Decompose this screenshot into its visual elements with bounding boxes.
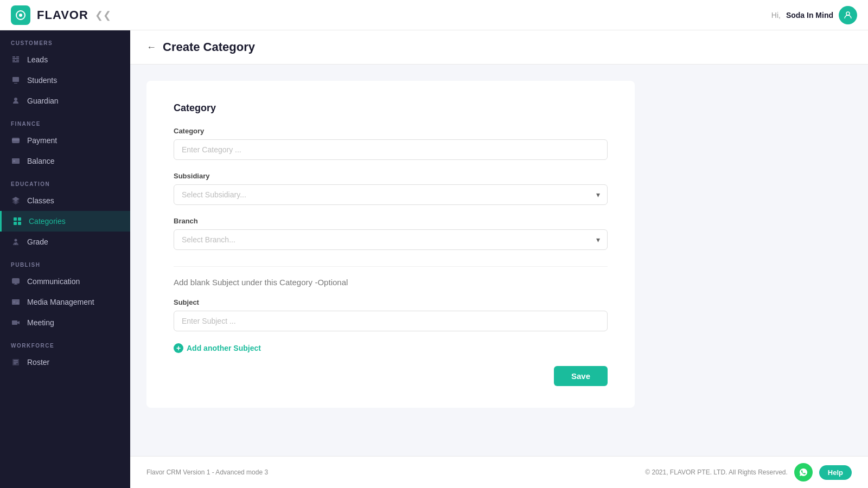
sidebar-item-grade[interactable]: Grade: [0, 232, 130, 252]
category-field-group: Category: [174, 127, 608, 160]
sidebar-item-meeting[interactable]: Meeting: [0, 312, 130, 333]
svg-rect-10: [18, 217, 21, 221]
sidebar-item-students-label: Students: [27, 76, 57, 85]
optional-section: Add blank Subject under this Category -O…: [174, 266, 608, 386]
branch-select-wrapper: Select Branch... ▾: [174, 229, 608, 250]
svg-rect-12: [18, 222, 21, 225]
svg-rect-6: [12, 139, 20, 140]
subsidiary-field-group: Subsidiary Select Subsidiary... ▾: [174, 172, 608, 205]
subject-field-group: Subject: [174, 298, 608, 331]
sidebar-section-publish: PUBLISH: [0, 252, 130, 271]
sidebar-item-payment[interactable]: Payment: [0, 130, 130, 151]
sidebar-item-roster-label: Roster: [27, 358, 49, 367]
optional-section-title: Add blank Subject under this Category -O…: [174, 278, 608, 287]
media-icon: [11, 297, 21, 307]
svg-point-16: [13, 301, 15, 303]
header-left: FLAVOR ❮❮: [11, 5, 111, 25]
footer: Flavor CRM Version 1 - Advanced mode 3 ©…: [130, 456, 868, 488]
subject-input[interactable]: [174, 311, 608, 331]
classes-icon: [11, 196, 21, 206]
sidebar-item-grade-label: Grade: [27, 237, 48, 246]
sidebar-item-leads-label: Leads: [27, 55, 48, 64]
whatsapp-button[interactable]: [794, 463, 813, 481]
sidebar-item-media-management-label: Media Management: [27, 298, 94, 306]
leads-icon: [11, 55, 21, 65]
subsidiary-select[interactable]: Select Subsidiary...: [174, 184, 608, 205]
sidebar-item-guardian[interactable]: Guardian: [0, 91, 130, 111]
sidebar-item-leads[interactable]: Leads: [0, 49, 130, 70]
add-subject-label: Add another Subject: [187, 344, 261, 352]
svg-point-2: [846, 12, 850, 15]
subject-label: Subject: [174, 298, 608, 306]
back-button[interactable]: ←: [146, 42, 156, 53]
add-subject-button[interactable]: + Add another Subject: [174, 343, 261, 353]
sidebar-item-guardian-label: Guardian: [27, 97, 59, 105]
save-button[interactable]: Save: [554, 366, 608, 386]
svg-point-13: [15, 239, 17, 242]
header-right: Hi, Soda In Mind: [771, 6, 857, 24]
footer-version: Flavor CRM Version 1 - Advanced mode 3: [146, 468, 268, 476]
sidebar-item-categories[interactable]: Categories: [0, 211, 130, 232]
svg-rect-8: [13, 160, 15, 162]
sidebar-section-finance: FINANCE: [0, 111, 130, 130]
svg-rect-9: [14, 217, 17, 221]
logo-icon: [11, 5, 30, 25]
svg-rect-3: [12, 77, 19, 82]
sidebar-section-education: EDUCATION: [0, 171, 130, 190]
sidebar-item-classes-label: Classes: [27, 196, 54, 205]
grade-icon: [11, 237, 21, 247]
help-button[interactable]: Help: [819, 465, 852, 480]
sidebar-item-classes[interactable]: Classes: [0, 190, 130, 211]
page-header: ← Create Category: [130, 30, 868, 65]
sidebar-item-students[interactable]: Students: [0, 70, 130, 91]
footer-right: © 2021, FLAVOR PTE. LTD. All Rights Rese…: [645, 463, 852, 481]
payment-icon: [11, 136, 21, 145]
header-username: Soda In Mind: [786, 11, 833, 20]
subsidiary-select-wrapper: Select Subsidiary... ▾: [174, 184, 608, 205]
branch-field-group: Branch Select Branch... ▾: [174, 217, 608, 250]
categories-icon: [12, 216, 22, 226]
sidebar-item-roster[interactable]: Roster: [0, 352, 130, 373]
branch-label: Branch: [174, 217, 608, 225]
svg-point-4: [14, 98, 17, 101]
sidebar-section-workforce: WORKFORCE: [0, 333, 130, 352]
page-title: Create Category: [163, 40, 255, 54]
sidebar-section-customers: CUSTOMERS: [0, 30, 130, 49]
sidebar-item-balance-label: Balance: [27, 157, 55, 165]
sidebar-item-balance[interactable]: Balance: [0, 151, 130, 171]
svg-point-1: [19, 14, 22, 17]
sidebar-item-meeting-label: Meeting: [27, 318, 54, 327]
collapse-button[interactable]: ❮❮: [95, 9, 111, 21]
sidebar-item-payment-label: Payment: [27, 136, 57, 145]
logo-text: FLAVOR: [37, 8, 88, 22]
meeting-icon: [11, 318, 21, 328]
balance-icon: [11, 156, 21, 166]
sidebar-item-media-management[interactable]: Media Management: [0, 292, 130, 312]
category-input[interactable]: [174, 139, 608, 160]
main-content-area: ← Create Category Category Category Subs…: [130, 30, 868, 488]
subsidiary-label: Subsidiary: [174, 172, 608, 180]
students-icon: [11, 75, 21, 85]
category-label: Category: [174, 127, 608, 135]
svg-rect-14: [12, 278, 20, 284]
avatar[interactable]: [839, 6, 857, 24]
roster-icon: [11, 357, 21, 367]
form-section-title: Category: [174, 102, 608, 114]
sidebar-item-communication-label: Communication: [27, 277, 80, 286]
main-scroll-area: Category Category Subsidiary Select Subs…: [130, 65, 868, 456]
header: FLAVOR ❮❮ Hi, Soda In Mind: [0, 0, 868, 30]
svg-rect-11: [14, 222, 17, 225]
form-actions: Save: [174, 366, 608, 386]
sidebar-item-communication[interactable]: Communication: [0, 271, 130, 292]
form-card: Category Category Subsidiary Select Subs…: [146, 81, 635, 408]
guardian-icon: [11, 96, 21, 106]
footer-copyright: © 2021, FLAVOR PTE. LTD. All Rights Rese…: [645, 468, 788, 476]
branch-select[interactable]: Select Branch...: [174, 229, 608, 250]
svg-rect-17: [12, 320, 17, 325]
sidebar: CUSTOMERS Leads Students Guardian FINANC…: [0, 30, 130, 488]
sidebar-item-categories-label: Categories: [29, 217, 66, 226]
plus-circle-icon: +: [174, 343, 183, 353]
header-greeting: Hi,: [771, 11, 781, 20]
body: CUSTOMERS Leads Students Guardian FINANC…: [0, 30, 868, 488]
communication-icon: [11, 277, 21, 286]
